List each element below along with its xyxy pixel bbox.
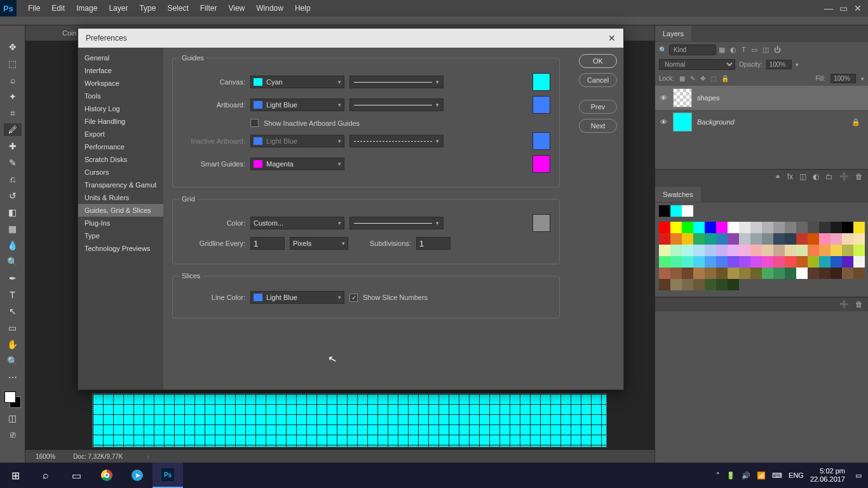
swatch[interactable] <box>831 245 842 256</box>
swatch[interactable] <box>796 222 808 233</box>
swatch[interactable] <box>831 256 842 268</box>
stamp-tool-icon[interactable]: ⎌ <box>4 173 22 186</box>
pref-category[interactable]: Performance <box>78 140 163 153</box>
prev-button[interactable]: Prev <box>579 100 617 114</box>
swatch[interactable] <box>842 222 853 233</box>
gridline-unit-select[interactable]: Pixels▾ <box>290 237 348 250</box>
path-tool-icon[interactable]: ↖ <box>4 305 22 318</box>
layer-row[interactable]: 👁 shapes <box>655 86 868 110</box>
swatch[interactable] <box>819 256 831 268</box>
swatch[interactable] <box>728 256 739 268</box>
swatch[interactable] <box>670 279 682 290</box>
swatch[interactable] <box>705 245 716 256</box>
smart-color-preview[interactable] <box>532 155 550 173</box>
swatch[interactable] <box>785 245 796 256</box>
pref-category[interactable]: Workspace <box>78 77 163 90</box>
trash-icon[interactable]: 🗑 <box>855 172 863 181</box>
pen-tool-icon[interactable]: ✒ <box>4 272 22 285</box>
swatch[interactable] <box>659 279 670 290</box>
swatch[interactable] <box>659 222 670 233</box>
swatch[interactable] <box>739 256 750 268</box>
swatch[interactable] <box>853 256 865 268</box>
pref-category[interactable]: File Handling <box>78 115 163 128</box>
history-brush-tool-icon[interactable]: ↺ <box>4 189 22 202</box>
mask-icon[interactable]: ◫ <box>799 172 806 181</box>
swatch[interactable] <box>750 245 762 256</box>
move-tool-icon[interactable]: ✥ <box>4 41 22 53</box>
swatch[interactable] <box>796 268 808 279</box>
swatch[interactable] <box>716 256 728 268</box>
taskview-icon[interactable]: ▭ <box>61 463 92 488</box>
dialog-close-icon[interactable]: ✕ <box>608 33 616 43</box>
wifi-icon[interactable]: 📶 <box>757 471 766 480</box>
swatch[interactable] <box>796 256 808 268</box>
swatch[interactable] <box>808 268 819 279</box>
swatch[interactable] <box>762 233 773 245</box>
subdivisions-input[interactable] <box>416 237 451 250</box>
artboard-style-select[interactable]: ▾ <box>349 98 444 111</box>
swatch[interactable] <box>739 245 750 256</box>
menu-image[interactable]: Image <box>76 4 97 13</box>
swatch[interactable] <box>693 256 705 268</box>
swatch[interactable] <box>670 256 682 268</box>
layer-thumbnail[interactable] <box>673 88 692 107</box>
swatch[interactable] <box>716 279 728 290</box>
swatch[interactable] <box>796 245 808 256</box>
grid-color-preview[interactable] <box>532 214 550 232</box>
opacity-input[interactable] <box>766 60 792 69</box>
menu-select[interactable]: Select <box>167 4 188 13</box>
swatch[interactable] <box>750 256 762 268</box>
eraser-tool-icon[interactable]: ◧ <box>4 206 22 219</box>
quickmask-icon[interactable]: ◫ <box>4 412 22 424</box>
canvas-color-preview[interactable] <box>532 73 550 91</box>
minimize-icon[interactable]: — <box>824 3 833 13</box>
zoom-level[interactable]: 1600% <box>36 453 55 460</box>
swatch[interactable] <box>853 268 865 279</box>
swatch[interactable] <box>739 222 750 233</box>
swatch[interactable] <box>842 233 853 245</box>
swatch[interactable] <box>682 268 693 279</box>
more-tool-icon[interactable]: ⋯ <box>4 371 22 384</box>
clock[interactable]: 5:02 pm 22.06.2017 <box>810 467 849 484</box>
swatch[interactable] <box>750 222 762 233</box>
grid-color-select[interactable]: Custom...▾ <box>250 217 344 229</box>
swatch[interactable] <box>659 233 670 245</box>
fg-color-swatch[interactable] <box>4 391 16 403</box>
show-inactive-checkbox[interactable] <box>250 119 259 127</box>
swatch[interactable] <box>831 222 842 233</box>
swatch[interactable] <box>762 222 773 233</box>
swatch[interactable] <box>739 268 750 279</box>
maximize-icon[interactable]: ▭ <box>839 3 848 13</box>
pref-category[interactable]: Cursors <box>78 166 163 179</box>
swatch[interactable] <box>819 233 831 245</box>
wand-tool-icon[interactable]: ✦ <box>4 90 22 103</box>
new-swatch-icon[interactable]: ➕ <box>839 300 849 309</box>
adjust-icon[interactable]: ◐ <box>813 172 819 181</box>
swatch[interactable] <box>819 245 831 256</box>
swatches-tab[interactable]: Swatches <box>655 187 701 202</box>
swatch[interactable] <box>819 268 831 279</box>
swatch[interactable] <box>853 233 865 245</box>
group-icon[interactable]: 🗀 <box>825 172 833 181</box>
filter-toggle-icon[interactable]: ⏻ <box>774 46 781 54</box>
pref-category[interactable]: Units & Rulers <box>78 191 163 204</box>
swatch[interactable] <box>682 205 693 217</box>
swatch[interactable] <box>853 245 865 256</box>
swatch[interactable] <box>842 245 853 256</box>
swatch[interactable] <box>773 233 785 245</box>
pref-category[interactable]: General <box>78 51 163 64</box>
lock-pixel-icon[interactable]: ✎ <box>690 75 695 82</box>
swatch[interactable] <box>785 268 796 279</box>
artboard-color-preview[interactable] <box>532 96 550 114</box>
shape-tool-icon[interactable]: ▭ <box>4 322 22 334</box>
swatch[interactable] <box>762 268 773 279</box>
chevron-right-icon[interactable]: › <box>147 453 149 460</box>
canvas-color-select[interactable]: Cyan▾ <box>250 76 344 88</box>
menu-view[interactable]: View <box>228 4 245 13</box>
cancel-button[interactable]: Cancel <box>579 73 617 87</box>
pref-category[interactable]: Type <box>78 229 163 242</box>
dodge-tool-icon[interactable]: 🔍 <box>4 255 22 268</box>
swatch[interactable] <box>659 256 670 268</box>
layer-name[interactable]: shapes <box>697 94 719 102</box>
swatch[interactable] <box>728 279 739 290</box>
